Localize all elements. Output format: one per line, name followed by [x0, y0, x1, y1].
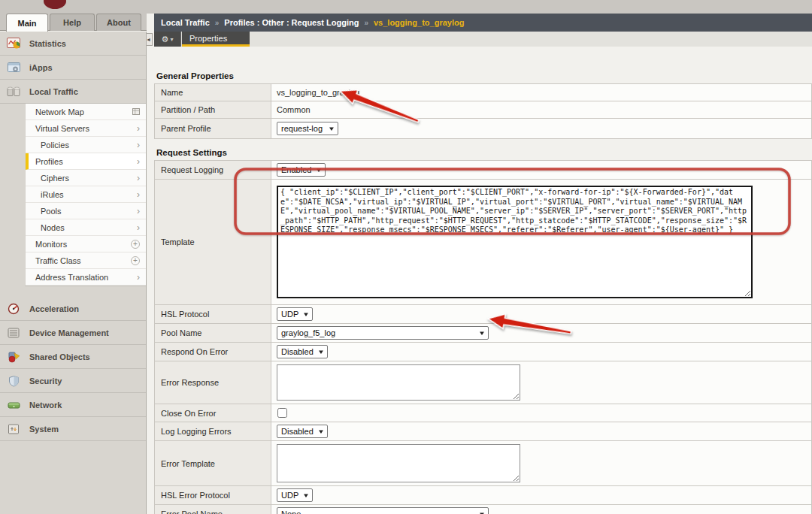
f5-bigip-window: Main Help About Local Traffic » Profiles…	[0, 0, 812, 514]
breadcrumb-separator: »	[364, 19, 368, 27]
sidebar-gap	[0, 286, 146, 297]
close-on-error-checkbox[interactable]	[277, 408, 287, 418]
general-properties-title: General Properties	[156, 47, 812, 80]
breadcrumb-current: vs_logging_to_graylog	[374, 18, 464, 27]
plus-circle-icon[interactable]: +	[131, 256, 140, 265]
gear-menu-button[interactable]: ⚙ ▾	[154, 32, 181, 47]
tab-about[interactable]: About	[96, 14, 141, 31]
hsl-error-protocol-label: HSL Error Protocol	[155, 486, 271, 505]
chevron-right-icon: ›	[137, 158, 140, 165]
parent-profile-label: Parent Profile	[155, 119, 271, 139]
plus-circle-icon[interactable]: +	[131, 240, 140, 249]
profile-toolbar: ⚙ ▾ Properties	[154, 32, 812, 47]
sub-item-label: Profiles	[35, 157, 63, 166]
sidebar-item-label: Device Management	[29, 328, 109, 337]
sidebar: Statistics iApps Local Traffic Network M…	[0, 32, 147, 514]
error-pool-name-selected-value: None	[281, 509, 301, 514]
sub-item-label: Monitors	[35, 240, 67, 249]
top-band	[0, 0, 812, 14]
log-logging-errors-label: Log Logging Errors	[155, 422, 271, 441]
error-response-label: Error Response	[155, 361, 271, 404]
respond-on-error-select[interactable]: Disabled ▼	[277, 345, 328, 358]
request-logging-select[interactable]: Enabled ▼	[277, 163, 326, 177]
sidebar-item-virtual-servers[interactable]: Virtual Servers ›	[26, 120, 146, 137]
sidebar-item-monitors[interactable]: Monitors +	[26, 236, 146, 252]
hsl-error-protocol-select[interactable]: UDP ▼	[277, 488, 313, 502]
sub-item-label: Network Map	[35, 107, 84, 116]
pool-name-select[interactable]: graylog_f5_log ▼	[277, 326, 489, 340]
breadcrumb-section[interactable]: Local Traffic	[161, 18, 210, 27]
sidebar-item-pools[interactable]: Pools ›	[26, 203, 146, 219]
sidebar-item-security[interactable]: Security	[0, 369, 146, 393]
sidebar-item-label: iApps	[29, 63, 53, 72]
table-row: Parent Profile request-log ▼	[155, 119, 812, 139]
sidebar-item-label: Statistics	[29, 39, 66, 48]
acceleration-icon	[7, 303, 22, 315]
error-response-textarea[interactable]	[277, 364, 520, 401]
sidebar-item-nodes[interactable]: Nodes ›	[26, 219, 146, 236]
sidebar-item-irules[interactable]: iRules ›	[26, 186, 146, 203]
error-pool-name-select[interactable]: None ▼	[277, 507, 489, 514]
device-management-icon	[7, 327, 22, 339]
table-row: HSL Protocol UDP ▼	[155, 305, 812, 324]
sidebar-item-statistics[interactable]: Statistics	[0, 32, 146, 56]
request-logging-selected-value: Enabled	[281, 165, 311, 174]
general-properties-table: Name vs_logging_to_graylog Partition / P…	[154, 83, 812, 139]
shared-objects-icon	[7, 351, 22, 363]
sidebar-item-system[interactable]: System	[0, 417, 146, 441]
tab-properties[interactable]: Properties	[182, 32, 250, 47]
chevron-down-icon: ▾	[170, 36, 173, 43]
sidebar-item-address-translation[interactable]: Address Translation ›	[26, 269, 146, 286]
chevron-right-icon: ›	[137, 224, 140, 231]
chevron-right-icon: ›	[137, 125, 140, 132]
request-logging-label: Request Logging	[155, 161, 271, 180]
table-row: HSL Error Protocol UDP ▼	[155, 486, 812, 505]
log-logging-errors-select[interactable]: Disabled ▼	[277, 425, 328, 438]
chevron-down-icon: ▼	[317, 349, 325, 355]
partition-path-label: Partition / Path	[155, 101, 271, 119]
tab-help[interactable]: Help	[50, 14, 95, 31]
error-template-textarea[interactable]	[277, 444, 520, 482]
iapps-icon	[7, 62, 22, 74]
sub-item-label: Nodes	[41, 223, 65, 232]
sidebar-item-profiles[interactable]: Profiles ›	[26, 153, 146, 170]
hsl-error-protocol-selected-value: UDP	[281, 491, 298, 500]
nav-tab-bar: Main Help About	[0, 14, 147, 31]
sidebar-item-network-map[interactable]: Network Map	[26, 104, 146, 120]
sidebar-item-label: Shared Objects	[29, 352, 90, 361]
sidebar-item-acceleration[interactable]: Acceleration	[0, 297, 146, 321]
respond-on-error-selected-value: Disabled	[281, 347, 314, 356]
chevron-down-icon: ▼	[478, 511, 486, 514]
table-row: Error Response	[155, 361, 812, 404]
sidebar-item-local-traffic[interactable]: Local Traffic	[0, 80, 146, 104]
chevron-down-icon: ▼	[328, 125, 335, 132]
sidebar-item-device-management[interactable]: Device Management	[0, 321, 146, 345]
sub-item-label: Traffic Class	[35, 256, 81, 265]
network-icon	[7, 399, 22, 411]
local-traffic-icon	[7, 86, 22, 98]
sub-item-label: Virtual Servers	[35, 124, 89, 133]
parent-profile-select[interactable]: request-log ▼	[277, 122, 338, 135]
log-logging-errors-selected-value: Disabled	[281, 427, 314, 436]
template-label: Template	[155, 180, 271, 305]
main-content: General Properties Name vs_logging_to_gr…	[154, 47, 812, 514]
sidebar-item-network[interactable]: Network	[0, 393, 146, 417]
pool-name-label: Pool Name	[155, 324, 271, 343]
sidebar-item-traffic-class[interactable]: Traffic Class +	[26, 252, 146, 269]
sidebar-item-iapps[interactable]: iApps	[0, 56, 146, 80]
sidebar-item-ciphers[interactable]: Ciphers ›	[26, 170, 146, 186]
chevron-right-icon: ›	[137, 191, 140, 198]
error-template-label: Error Template	[155, 441, 271, 486]
sidebar-item-policies[interactable]: Policies ›	[26, 137, 146, 153]
template-textarea[interactable]: { "client_ip":"$CLIENT_IP","client_port"…	[277, 186, 753, 298]
table-row: Close On Error	[155, 404, 812, 422]
chevron-right-icon: ›	[137, 207, 140, 215]
partition-path-value: Common	[277, 105, 311, 114]
hsl-protocol-select[interactable]: UDP ▼	[277, 307, 313, 321]
breadcrumb-path[interactable]: Profiles : Other : Request Logging	[224, 18, 359, 27]
table-row: Respond On Error Disabled ▼	[155, 343, 812, 361]
table-row: Pool Name graylog_f5_log ▼	[155, 324, 812, 343]
sidebar-item-shared-objects[interactable]: Shared Objects	[0, 345, 146, 369]
f5-logo-icon	[44, 0, 66, 9]
tab-main[interactable]: Main	[6, 14, 48, 32]
